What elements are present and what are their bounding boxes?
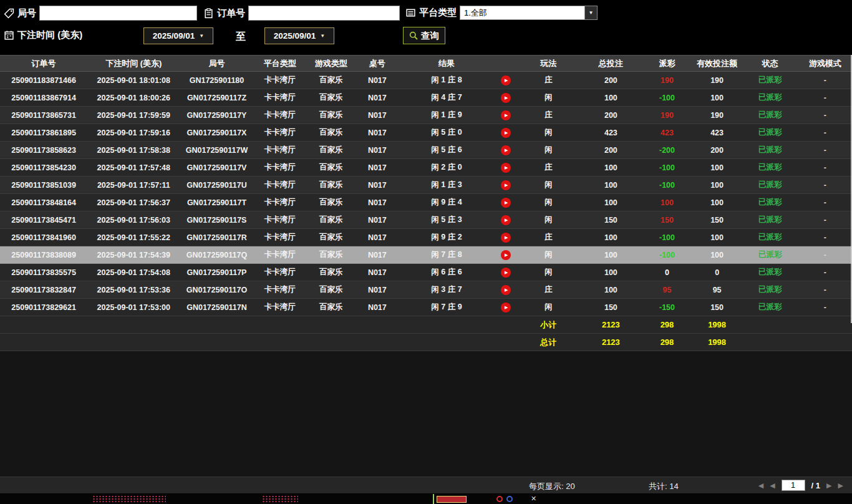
prev-page-button[interactable]: ◀ <box>770 482 775 490</box>
table-row[interactable]: 250901173841960 2025-09-01 17:55:22 GN01… <box>0 229 852 246</box>
result-text: 闲 6 庄 6 <box>399 267 495 278</box>
video-play-icon[interactable]: ▶ <box>495 93 517 103</box>
cell-payout: -100 <box>642 89 692 107</box>
cell-payout: 190 <box>642 72 692 89</box>
video-play-icon[interactable]: ▶ <box>495 163 517 173</box>
cell-total-bet: 100 <box>579 229 642 246</box>
video-play-icon[interactable]: ▶ <box>495 110 517 120</box>
subtotal-total-bet: 2123 <box>579 316 642 334</box>
cell-total-bet: 200 <box>579 142 642 159</box>
cell-table-no: N017 <box>356 107 399 124</box>
subtotal-payout: 298 <box>642 316 692 334</box>
round-label: 局号 <box>17 7 36 19</box>
table-row[interactable]: 250901173848164 2025-09-01 17:56:37 GN01… <box>0 194 852 211</box>
table-row[interactable]: 250901183871466 2025-09-01 18:01:08 GN17… <box>0 72 852 89</box>
last-page-button[interactable]: ▶ <box>838 482 843 490</box>
next-page-button[interactable]: ▶ <box>826 482 831 490</box>
round-input[interactable] <box>39 6 197 21</box>
video-play-icon[interactable]: ▶ <box>495 285 517 295</box>
bet-time-label: 下注时间 (美东) <box>17 29 82 41</box>
cell-bet-time: 2025-09-01 18:00:26 <box>87 89 180 107</box>
total-count-label: 共计: 14 <box>649 481 679 492</box>
table-row[interactable]: 250901173854230 2025-09-01 17:57:48 GN01… <box>0 159 852 177</box>
cell-platform: 卡卡湾厅 <box>254 177 306 194</box>
cell-valid-bet: 95 <box>692 281 742 299</box>
cell-game-type: 百家乐 <box>306 177 356 194</box>
cell-game-mode: - <box>798 124 852 142</box>
cell-order-no: 250901173858623 <box>0 142 87 159</box>
date-from-button[interactable]: 2025/09/01 ▼ <box>143 27 213 44</box>
clipboard-icon <box>203 8 214 19</box>
dropdown-arrow-icon: ▼ <box>199 33 204 39</box>
table-row[interactable]: 250901173829621 2025-09-01 17:53:00 GN01… <box>0 299 852 316</box>
cell-play: 闲 <box>517 177 579 194</box>
result-text: 闲 1 庄 9 <box>399 110 495 120</box>
results-table-area: 订单号 下注时间 (美东) 局号 平台类型 游戏类型 桌号 结果 玩法 总投注 … <box>0 55 852 477</box>
video-play-icon[interactable]: ▶ <box>495 268 517 278</box>
cell-result: 闲 4 庄 7 ▶ <box>399 89 517 107</box>
background-window-strip: ✕ <box>0 494 852 504</box>
cell-status: 已派彩 <box>742 264 798 281</box>
cell-order-no: 250901183867914 <box>0 89 87 107</box>
video-play-icon[interactable]: ▶ <box>495 145 517 155</box>
column-header-valid-bet: 有效投注额 <box>692 56 742 72</box>
cell-bet-time: 2025-09-01 17:55:22 <box>87 229 180 246</box>
table-row[interactable]: 250901173835575 2025-09-01 17:54:08 GN01… <box>0 264 852 281</box>
per-page-label: 每页显示: 20 <box>529 481 575 492</box>
search-button[interactable]: 查询 <box>403 27 445 44</box>
table-row[interactable]: 250901173851039 2025-09-01 17:57:11 GN01… <box>0 177 852 194</box>
video-play-icon[interactable]: ▶ <box>495 215 517 225</box>
cell-play: 闲 <box>517 299 579 316</box>
cell-platform: 卡卡湾厅 <box>254 89 306 107</box>
filter-bar: 局号 订单号 平台类型 1.全部 ▼ 下注时间 (美东) 2025/09/01 … <box>0 0 852 55</box>
cell-result: 闲 7 庄 9 ▶ <box>399 299 517 316</box>
cell-round-no: GN0172590117R <box>180 229 253 246</box>
list-icon <box>405 7 416 18</box>
table-row[interactable]: 250901173838089 2025-09-01 17:54:39 GN01… <box>0 246 852 264</box>
cell-game-mode: - <box>798 89 852 107</box>
column-header-game-mode: 游戏模式 <box>798 56 852 72</box>
cell-order-no: 250901173835575 <box>0 264 87 281</box>
cell-status: 已派彩 <box>742 89 798 107</box>
cell-status: 已派彩 <box>742 159 798 177</box>
date-to-button[interactable]: 2025/09/01 ▼ <box>264 27 334 44</box>
date-from-value: 2025/09/01 <box>153 31 195 41</box>
first-page-button[interactable]: ◀ <box>758 482 763 490</box>
cell-table-no: N017 <box>356 194 399 211</box>
table-row[interactable]: 250901173832847 2025-09-01 17:53:36 GN01… <box>0 281 852 299</box>
result-text: 闲 7 庄 8 <box>399 250 495 260</box>
cell-result: 闲 9 庄 4 ▶ <box>399 194 517 211</box>
cell-bet-time: 2025-09-01 17:56:03 <box>87 211 180 229</box>
cell-game-mode: - <box>798 194 852 211</box>
order-input[interactable] <box>248 6 400 21</box>
table-row[interactable]: 250901183867914 2025-09-01 18:00:26 GN01… <box>0 89 852 107</box>
cell-valid-bet: 150 <box>692 211 742 229</box>
cell-order-no: 250901173848164 <box>0 194 87 211</box>
cell-table-no: N017 <box>356 159 399 177</box>
table-row[interactable]: 250901173865731 2025-09-01 17:59:59 GN01… <box>0 107 852 124</box>
roadmap-dots <box>262 495 298 503</box>
video-play-icon[interactable]: ▶ <box>495 198 517 208</box>
result-text: 闲 9 庄 2 <box>399 232 495 243</box>
video-play-icon[interactable]: ▶ <box>495 303 517 313</box>
cell-play: 闲 <box>517 89 579 107</box>
table-row[interactable]: 250901173861895 2025-09-01 17:59:16 GN01… <box>0 124 852 142</box>
video-play-icon[interactable]: ▶ <box>495 128 517 138</box>
platform-select[interactable]: 1.全部 ▼ <box>460 6 598 20</box>
cell-bet-time: 2025-09-01 17:58:38 <box>87 142 180 159</box>
video-play-icon[interactable]: ▶ <box>495 250 517 260</box>
cell-platform: 卡卡湾厅 <box>254 142 306 159</box>
round-filter-group: 局号 <box>4 6 197 21</box>
cell-play: 庄 <box>517 107 579 124</box>
video-play-icon[interactable]: ▶ <box>495 75 517 85</box>
cell-game-type: 百家乐 <box>306 229 356 246</box>
table-row[interactable]: 250901173858623 2025-09-01 17:58:38 GN01… <box>0 142 852 159</box>
page-input[interactable] <box>782 480 805 491</box>
cell-game-mode: - <box>798 246 852 264</box>
table-row[interactable]: 250901173845471 2025-09-01 17:56:03 GN01… <box>0 211 852 229</box>
video-play-icon[interactable]: ▶ <box>495 233 517 243</box>
cell-play: 庄 <box>517 72 579 89</box>
cell-round-no: GN0172590117U <box>180 177 253 194</box>
video-play-icon[interactable]: ▶ <box>495 180 517 190</box>
player-marker-icon <box>506 496 513 502</box>
